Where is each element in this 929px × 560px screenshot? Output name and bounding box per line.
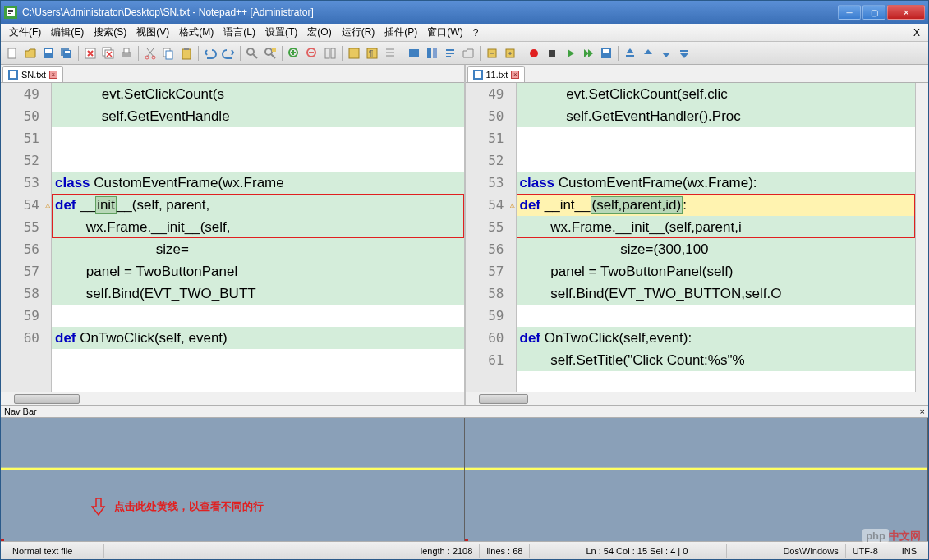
code-line[interactable]: [52, 149, 464, 172]
zoom-out-icon[interactable]: [304, 45, 320, 62]
code-line[interactable]: [517, 149, 929, 172]
code-line[interactable]: panel = TwoButtonPanel: [52, 260, 464, 282]
menu-search[interactable]: 搜索(S): [89, 24, 131, 41]
redo-icon[interactable]: [220, 45, 237, 62]
copy-icon[interactable]: [160, 45, 177, 62]
minimize-button[interactable]: ─: [838, 5, 861, 20]
open-file-icon[interactable]: [22, 45, 39, 62]
maximize-button[interactable]: ▢: [862, 5, 885, 20]
play-multi-icon[interactable]: [580, 45, 596, 62]
compare-last-icon[interactable]: [676, 45, 692, 62]
code-line[interactable]: def OnTwoClick(self, event): [52, 327, 464, 349]
svg-rect-5: [8, 48, 16, 58]
find-icon[interactable]: [244, 45, 260, 62]
code-line[interactable]: [517, 127, 929, 149]
stop-macro-icon[interactable]: [544, 45, 560, 62]
save-all-icon[interactable]: [58, 45, 75, 62]
func-list-icon[interactable]: [442, 45, 458, 62]
code-line[interactable]: evt.SetClickCount(s: [52, 83, 464, 105]
paste-icon[interactable]: [178, 45, 195, 62]
code-line[interactable]: class CustomEventFrame(wx.Frame: [52, 172, 464, 194]
code-line[interactable]: [52, 127, 464, 149]
fold-all-icon[interactable]: [484, 45, 500, 62]
sync-scroll-icon[interactable]: [322, 45, 338, 62]
code-line[interactable]: [52, 305, 464, 327]
left-pane: SN.txt × 495051525354555657585960 evt.Se…: [1, 65, 466, 405]
svg-rect-41: [626, 55, 634, 57]
ud-lang-icon[interactable]: [406, 45, 422, 62]
tab-close-icon[interactable]: ×: [511, 71, 519, 79]
svg-rect-19: [166, 51, 172, 59]
wrap-icon[interactable]: [346, 45, 362, 62]
code-line[interactable]: [517, 305, 929, 327]
tab-11-txt[interactable]: 11.txt ×: [467, 66, 526, 82]
compare-prev-icon[interactable]: [640, 45, 656, 62]
cut-icon[interactable]: [142, 45, 159, 62]
code-line[interactable]: self.Bind(EVT_TWO_BUTT: [52, 282, 464, 305]
new-file-icon[interactable]: [4, 45, 21, 62]
h-scrollbar[interactable]: [1, 392, 464, 405]
compare-next-icon[interactable]: [658, 45, 674, 62]
tab-close-icon[interactable]: ×: [49, 71, 57, 79]
menu-language[interactable]: 语言(L): [218, 24, 260, 41]
code-line[interactable]: size=(300,100: [517, 238, 929, 260]
code-line[interactable]: def __init__(self, parent,: [52, 194, 464, 216]
play-macro-icon[interactable]: [562, 45, 578, 62]
left-tabbar: SN.txt ×: [1, 65, 464, 83]
code-line[interactable]: def OnTwoClick(self,event):: [517, 327, 929, 349]
save-icon[interactable]: [40, 45, 57, 62]
menu-file[interactable]: 文件(F): [4, 24, 46, 41]
tab-sn-txt[interactable]: SN.txt ×: [2, 66, 63, 82]
v-scrollbar[interactable]: [915, 83, 928, 392]
line-number: 59: [1, 305, 51, 327]
folder-icon[interactable]: [460, 45, 476, 62]
line-number: 60: [466, 327, 516, 349]
navbar-close-icon[interactable]: ×: [920, 406, 925, 416]
undo-icon[interactable]: [202, 45, 218, 62]
code-line[interactable]: def __int__(self,parent,id):: [517, 194, 929, 216]
allchars-icon[interactable]: ¶: [364, 45, 380, 62]
code-line[interactable]: self.GetEventHandle: [52, 105, 464, 127]
code-line[interactable]: wx.Frame.__init__(self,parent,i: [517, 216, 929, 238]
code-line[interactable]: self.GetEventHandler().Proc: [517, 105, 929, 127]
compare-first-icon[interactable]: [622, 45, 638, 62]
menu-edit[interactable]: 编辑(E): [46, 24, 89, 41]
menu-view[interactable]: 视图(V): [131, 24, 174, 41]
code-line[interactable]: class CustomEventFrame(wx.Frame):: [517, 172, 929, 194]
mdi-close-icon[interactable]: X: [908, 25, 925, 40]
menu-plugins[interactable]: 插件(P): [379, 24, 422, 41]
menu-macro[interactable]: 宏(O): [302, 24, 336, 41]
save-macro-icon[interactable]: [598, 45, 614, 62]
code-line[interactable]: wx.Frame.__init__(self,: [52, 216, 464, 238]
code-line[interactable]: self.SetTitle("Click Count:%s"%: [517, 349, 929, 371]
unfold-all-icon[interactable]: [502, 45, 518, 62]
titlebar[interactable]: C:\Users\Administrator\Desktop\SN.txt - …: [1, 1, 928, 24]
code-line[interactable]: self.Bind(EVT_TWO_BUTTON,self.O: [517, 282, 929, 305]
replace-icon[interactable]: [262, 45, 278, 62]
record-macro-icon[interactable]: [526, 45, 542, 62]
navbar[interactable]: 点击此处黄线，以查看不同的行: [1, 418, 928, 541]
doc-map-icon[interactable]: [424, 45, 440, 62]
h-scrollbar[interactable]: [466, 392, 929, 405]
navbar-title: Nav Bar: [4, 406, 37, 416]
close-all-icon[interactable]: [100, 45, 117, 62]
menu-help[interactable]: ?: [468, 25, 484, 40]
code-line[interactable]: size=: [52, 238, 464, 260]
close-file-icon[interactable]: [82, 45, 99, 62]
indent-guide-icon[interactable]: [382, 45, 398, 62]
menu-format[interactable]: 格式(M): [174, 24, 218, 41]
menu-run[interactable]: 运行(R): [337, 24, 380, 41]
left-code-area[interactable]: 495051525354555657585960 evt.SetClickCou…: [1, 83, 464, 392]
code-line[interactable]: panel = TwoButtonPanel(self): [517, 260, 929, 282]
print-icon[interactable]: [118, 45, 135, 62]
close-button[interactable]: ✕: [887, 5, 925, 20]
menu-settings[interactable]: 设置(T): [260, 24, 302, 41]
tab-label: SN.txt: [21, 70, 46, 80]
line-number: 57: [466, 260, 516, 282]
line-number: 52: [1, 149, 51, 172]
right-code-area[interactable]: 49505152535455565758596061 evt.SetClickC…: [466, 83, 929, 392]
menu-window[interactable]: 窗口(W): [422, 24, 467, 41]
annotation: 点击此处黄线，以查看不同的行: [91, 497, 264, 516]
zoom-in-icon[interactable]: [286, 45, 302, 62]
code-line[interactable]: evt.SetClickCount(self.clic: [517, 83, 929, 105]
